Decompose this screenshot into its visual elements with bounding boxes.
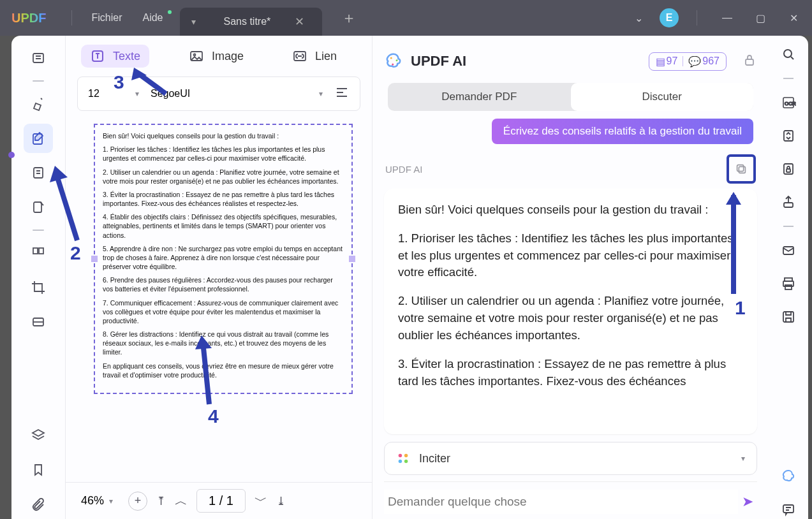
layers-icon[interactable] (24, 421, 53, 450)
tab-title: Sans titre* (206, 16, 289, 27)
chevron-down-icon[interactable]: ⌄ (626, 12, 651, 24)
svg-point-17 (399, 454, 402, 458)
ai-source-label: UPDF AI (385, 164, 422, 175)
svg-rect-4 (33, 248, 38, 254)
minimize-button[interactable]: — (715, 12, 739, 24)
tab-dropdown-icon[interactable]: ▾ (191, 17, 196, 27)
crop-icon[interactable] (24, 273, 53, 302)
user-avatar[interactable]: E (660, 8, 679, 27)
save-icon[interactable] (779, 307, 798, 326)
ai-title: UPDF AI (411, 53, 466, 69)
ai-tabs: Demander PDF Discuter (388, 83, 753, 111)
search-icon[interactable] (779, 45, 798, 64)
format-bar: 12▾ SegoeUI▾ (77, 77, 360, 111)
svg-rect-15 (739, 166, 745, 173)
edit-image-button[interactable]: Image (180, 45, 253, 68)
svg-rect-3 (34, 202, 41, 212)
edit-link-label: Lien (315, 50, 337, 63)
doc-line: 8. Gérer les distractions : Identifiez c… (103, 330, 344, 357)
zoom-select[interactable]: 46%▾ (75, 492, 119, 510)
svg-point-13 (392, 64, 394, 66)
titlebar: UPDF Fichier Aide ▾ Sans titre* ✕ ＋ ⌄ E … (0, 0, 812, 36)
svg-rect-26 (786, 169, 790, 172)
prev-page-icon[interactable]: ︿ (175, 492, 188, 509)
zoom-in-button[interactable]: + (128, 492, 147, 511)
updf-ai-logo-icon (384, 52, 403, 71)
document-tab[interactable]: ▾ Sans titre* ✕ (180, 8, 323, 36)
svg-point-21 (784, 50, 792, 57)
protect-icon[interactable] (779, 159, 798, 179)
edit-toolbar: Texte Image Lien (66, 36, 372, 77)
reader-mode-icon[interactable] (24, 43, 53, 73)
attachment-icon[interactable] (24, 490, 53, 519)
copy-response-button[interactable] (727, 154, 756, 184)
tab-chat[interactable]: Discuter (571, 83, 754, 111)
convert-icon[interactable] (779, 126, 798, 145)
lock-icon[interactable] (742, 52, 757, 70)
resize-handle-left[interactable] (91, 256, 98, 262)
send-button[interactable]: ➤ (738, 490, 757, 514)
edge-indicator (8, 152, 15, 158)
svg-point-11 (390, 57, 392, 59)
doc-line: 7. Communiquer efficacement : Assurez-vo… (103, 298, 344, 326)
last-page-icon[interactable]: ⤓ (276, 494, 286, 508)
prompt-suggestions[interactable]: Inciter ▾ (384, 442, 757, 475)
doc-line: 4. Établir des objectifs clairs : Défini… (103, 212, 344, 240)
pages-tool-icon[interactable] (24, 158, 53, 187)
svg-point-19 (399, 460, 402, 464)
maximize-button[interactable]: ▢ (748, 12, 772, 24)
svg-rect-0 (33, 54, 43, 62)
svg-point-12 (396, 59, 398, 61)
first-page-icon[interactable]: ⤒ (156, 494, 166, 508)
edit-text-button[interactable]: Texte (81, 45, 149, 68)
tab-ask-pdf[interactable]: Demander PDF (388, 83, 571, 111)
resize-handle-right[interactable] (349, 256, 355, 262)
redact-icon[interactable] (24, 307, 53, 337)
font-size-select[interactable]: 12▾ (88, 88, 139, 99)
user-prompt-bubble: Écrivez des conseils relatifs à la gesti… (492, 119, 753, 144)
svg-rect-32 (783, 312, 794, 322)
svg-point-9 (194, 54, 196, 56)
menu-help[interactable]: Aide (132, 12, 173, 24)
svg-rect-16 (737, 165, 744, 172)
edit-tool-icon[interactable] (24, 124, 53, 153)
menu-file[interactable]: Fichier (81, 12, 132, 24)
selected-textbox[interactable]: Bien sûr! Voici quelques conseils pour l… (94, 124, 353, 394)
svg-text:OCR: OCR (785, 101, 796, 106)
svg-rect-31 (785, 285, 792, 289)
left-sidebar (11, 36, 65, 519)
edit-link-button[interactable]: Lien (283, 45, 346, 68)
ai-shortcut-icon[interactable] (779, 467, 798, 486)
doc-line: 2. Utiliser un calendrier ou un agenda :… (103, 168, 344, 186)
doc-line: 1. Prioriser les tâches : Identifiez les… (103, 145, 344, 163)
svg-rect-14 (746, 59, 753, 65)
feedback-icon[interactable] (779, 500, 798, 519)
edit-image-label: Image (212, 50, 244, 63)
svg-rect-2 (34, 168, 43, 178)
svg-rect-33 (783, 505, 794, 513)
credit-doc-icon: ▤ (656, 55, 665, 68)
close-window-button[interactable]: ✕ (781, 12, 806, 24)
next-page-icon[interactable]: ﹀ (255, 492, 267, 509)
share-icon[interactable] (779, 193, 798, 212)
fill-sign-icon[interactable] (24, 193, 53, 222)
bookmark-icon[interactable] (24, 455, 53, 485)
editor-pane: Texte Image Lien 12▾ SegoeUI▾ Bien sûr! … (65, 36, 373, 519)
new-tab-button[interactable]: ＋ (330, 8, 368, 28)
document-canvas[interactable]: Bien sûr! Voici quelques conseils pour l… (66, 111, 372, 482)
comment-tool-icon[interactable] (24, 89, 53, 119)
email-icon[interactable] (779, 241, 798, 260)
align-icon[interactable] (334, 85, 350, 103)
print-icon[interactable] (779, 274, 798, 293)
svg-point-18 (404, 454, 408, 458)
edit-text-label: Texte (113, 50, 140, 63)
ai-input[interactable] (384, 490, 738, 514)
app-logo: UPDF (6, 11, 51, 26)
doc-line: En appliquant ces conseils, vous devriez… (103, 362, 344, 379)
font-family-select[interactable]: SegoeUI▾ (151, 88, 323, 99)
organize-icon[interactable] (24, 238, 53, 268)
close-tab-icon[interactable]: ✕ (288, 15, 311, 29)
ai-credits[interactable]: ▤97 💬967 (649, 52, 727, 71)
page-indicator[interactable]: 1 / 1 (196, 489, 246, 513)
ocr-icon[interactable]: OCR (779, 93, 798, 112)
